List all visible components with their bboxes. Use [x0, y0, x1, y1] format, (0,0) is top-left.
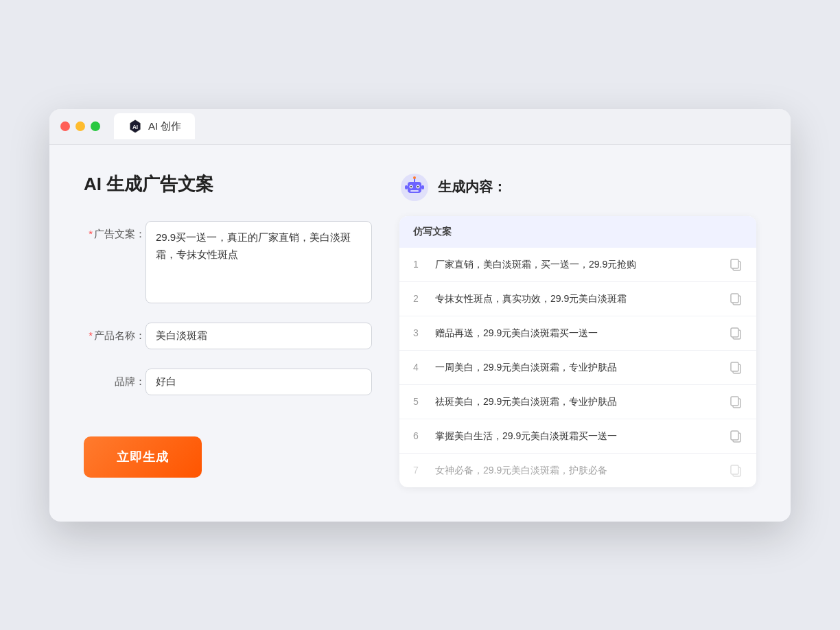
copy-icon[interactable] — [729, 395, 743, 408]
tab-label: AI 创作 — [148, 120, 181, 133]
results-header: 生成内容： — [399, 172, 756, 202]
copy-icon[interactable] — [729, 463, 743, 477]
row-text: 厂家直销，美白淡斑霜，买一送一，29.9元抢购 — [435, 257, 719, 272]
svg-rect-24 — [731, 431, 738, 440]
row-number: 2 — [413, 293, 425, 304]
row-text: 专抹女性斑点，真实功效，29.9元美白淡斑霜 — [435, 292, 719, 306]
row-number: 4 — [413, 362, 425, 373]
row-text: 掌握美白生活，29.9元美白淡斑霜买一送一 — [435, 429, 719, 443]
svg-point-5 — [413, 176, 416, 179]
copy-icon[interactable] — [729, 429, 743, 443]
svg-point-8 — [410, 185, 412, 187]
required-star-2: * — [89, 329, 93, 341]
product-name-row: *产品名称： — [84, 323, 372, 349]
traffic-lights — [60, 121, 100, 131]
row-text: 女神必备，29.9元美白淡斑霜，护肤必备 — [435, 463, 719, 478]
copy-icon[interactable] — [729, 360, 743, 374]
product-name-label: *产品名称： — [84, 323, 145, 342]
close-button[interactable] — [60, 121, 70, 131]
brand-row: 品牌： — [84, 369, 372, 395]
robot-icon — [399, 172, 430, 202]
titlebar: AI AI 创作 — [49, 109, 791, 145]
maximize-button[interactable] — [91, 121, 100, 131]
svg-rect-11 — [405, 185, 408, 189]
svg-rect-12 — [421, 185, 424, 189]
right-panel: 生成内容： 仿写文案 1 厂家直销，美白淡斑霜，买一送一，29.9元抢购 2 专… — [399, 172, 756, 487]
minimize-button[interactable] — [75, 121, 85, 131]
copy-icon[interactable] — [729, 257, 743, 271]
browser-window: AI AI 创作 AI 生成广告文案 *广告文案： *产品名称： — [49, 109, 791, 522]
row-text: 赠品再送，29.9元美白淡斑霜买一送一 — [435, 326, 719, 340]
svg-rect-20 — [731, 362, 738, 371]
row-text: 祛斑美白，29.9元美白淡斑霜，专业护肤品 — [435, 395, 719, 409]
svg-rect-16 — [731, 294, 738, 303]
svg-rect-10 — [410, 190, 419, 192]
table-row: 4 一周美白，29.9元美白淡斑霜，专业护肤品 — [399, 351, 756, 385]
content-area: AI 生成广告文案 *广告文案： *产品名称： 品牌： — [49, 145, 791, 522]
svg-rect-26 — [731, 465, 738, 474]
results-title: 生成内容： — [438, 178, 506, 196]
table-row: 2 专抹女性斑点，真实功效，29.9元美白淡斑霜 — [399, 282, 756, 316]
required-star: * — [89, 228, 93, 240]
product-name-input[interactable] — [145, 323, 372, 349]
table-row: 7 女神必备，29.9元美白淡斑霜，护肤必备 — [399, 454, 756, 487]
row-number: 7 — [413, 465, 425, 476]
copy-icon[interactable] — [729, 326, 743, 340]
row-number: 3 — [413, 327, 425, 338]
svg-rect-22 — [731, 397, 738, 406]
row-number: 5 — [413, 396, 425, 407]
row-text: 一周美白，29.9元美白淡斑霜，专业护肤品 — [435, 360, 719, 375]
table-row: 1 厂家直销，美白淡斑霜，买一送一，29.9元抢购 — [399, 248, 756, 282]
ai-tab-icon: AI — [128, 119, 143, 134]
svg-point-9 — [417, 185, 419, 187]
results-table: 仿写文案 1 厂家直销，美白淡斑霜，买一送一，29.9元抢购 2 专抹女性斑点，… — [399, 216, 756, 487]
svg-text:AI: AI — [132, 124, 138, 130]
table-row: 5 祛斑美白，29.9元美白淡斑霜，专业护肤品 — [399, 385, 756, 419]
ad-copy-textarea[interactable] — [145, 221, 372, 303]
row-number: 1 — [413, 259, 425, 270]
page-title: AI 生成广告文案 — [84, 172, 372, 196]
generate-button[interactable]: 立即生成 — [84, 436, 202, 478]
left-panel: AI 生成广告文案 *广告文案： *产品名称： 品牌： — [84, 172, 372, 487]
row-number: 6 — [413, 430, 425, 441]
brand-input[interactable] — [145, 369, 372, 395]
copy-icon[interactable] — [729, 292, 743, 305]
brand-label: 品牌： — [84, 369, 145, 388]
ad-copy-label: *广告文案： — [84, 221, 145, 241]
table-header: 仿写文案 — [399, 216, 756, 248]
ai-creation-tab[interactable]: AI AI 创作 — [114, 113, 195, 139]
svg-rect-14 — [731, 259, 738, 268]
table-row: 3 赠品再送，29.9元美白淡斑霜买一送一 — [399, 316, 756, 351]
svg-rect-18 — [731, 328, 738, 337]
table-row: 6 掌握美白生活，29.9元美白淡斑霜买一送一 — [399, 419, 756, 454]
ad-copy-row: *广告文案： — [84, 221, 372, 303]
